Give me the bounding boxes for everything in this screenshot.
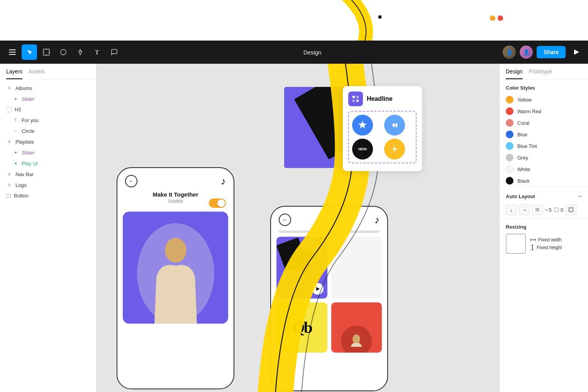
design-label: Design	[303, 49, 322, 56]
layer-item-albums[interactable]: # Albums	[0, 83, 96, 93]
alignment-button[interactable]	[566, 204, 576, 215]
avatar-user1[interactable]: 👤	[503, 46, 516, 59]
layer-label: Slider	[22, 96, 34, 102]
circle-icon: ○	[12, 128, 19, 134]
layer-item-playlists[interactable]: # Playlists	[0, 136, 96, 147]
layer-label: Playlists	[15, 139, 34, 145]
grid-icon: #	[6, 139, 12, 145]
tab-layers[interactable]: Layers	[6, 68, 22, 79]
color-item-white[interactable]: White	[500, 163, 588, 175]
fixed-width-option[interactable]: Fixed width	[530, 237, 562, 243]
frame-tool-button[interactable]	[39, 44, 54, 60]
phone-right-header: ← ♪	[271, 207, 387, 229]
back-button-right[interactable]: ←	[279, 214, 291, 226]
color-item-bluetint[interactable]: Blue Tint	[500, 140, 588, 152]
component-icon: ✦	[12, 160, 19, 166]
padding-value[interactable]: 0	[554, 207, 563, 213]
phone-mockup-left: ← ♪ Make It Together Subtitle	[117, 167, 234, 389]
layer-item-logo[interactable]: # Logo	[0, 180, 96, 190]
color-swatch-blue	[506, 131, 513, 138]
main-area: Layers Assets # Albums ✦ Slider H2 T For…	[0, 64, 588, 392]
color-swatch-yellow	[506, 96, 513, 104]
comment-tool-button[interactable]	[107, 44, 122, 60]
svg-point-9	[80, 51, 81, 52]
color-name-grey: Grey	[517, 155, 528, 161]
layer-item-slider1[interactable]: ✦ Slider	[0, 93, 96, 104]
present-button[interactable]	[569, 45, 583, 59]
layer-item-slider2[interactable]: ✦ Slider	[0, 147, 96, 158]
auto-layout-minus-button[interactable]: −	[578, 192, 582, 200]
toggle-switch[interactable]	[209, 199, 226, 208]
color-name-coral: Coral	[517, 120, 529, 126]
icon-card: Headline NEW!	[343, 86, 422, 171]
menu-button[interactable]	[5, 44, 20, 60]
fixed-height-option[interactable]: Fixed height	[530, 245, 562, 250]
color-name-yellow: Yellow	[517, 97, 532, 103]
direction-right-button[interactable]: →	[519, 204, 530, 215]
component-icon: ✦	[12, 149, 19, 156]
layer-label: Circle	[22, 128, 34, 134]
spacing-value[interactable]: ≡ 5	[545, 207, 552, 213]
spacing-button[interactable]	[532, 204, 543, 215]
toggle-row	[117, 199, 234, 208]
direction-down-button[interactable]: ↓	[506, 204, 517, 215]
layer-item-circle[interactable]: ○ Circle	[0, 126, 96, 136]
resizing-content: Fixed width Fixed height	[506, 234, 582, 254]
toggle-knob	[217, 199, 225, 207]
tab-design[interactable]: Design	[506, 68, 523, 79]
music-note-right-icon: ♪	[374, 214, 380, 226]
layer-list: # Albums ✦ Slider H2 T For you ○ Circle	[0, 80, 96, 392]
select-tool-button[interactable]	[22, 44, 37, 60]
text-icon: T	[12, 117, 19, 123]
svg-point-16	[352, 334, 360, 344]
layer-item-button[interactable]: Button	[0, 190, 96, 201]
layer-item-nav-bar[interactable]: # Nav Bar	[0, 169, 96, 180]
album-item-yellow: Qb	[276, 302, 327, 353]
ic-headline: Headline	[367, 95, 393, 102]
layer-item-h2[interactable]: H2	[0, 104, 96, 115]
canvas-area[interactable]: Headline NEW!	[97, 64, 499, 392]
color-item-warmred[interactable]: Warm Red	[500, 105, 588, 117]
tab-prototype[interactable]: Prototype	[529, 68, 552, 79]
layer-item-for-you[interactable]: T For you	[0, 115, 96, 126]
svg-rect-2	[9, 54, 16, 55]
share-button[interactable]: Share	[537, 46, 566, 58]
color-item-black[interactable]: Black	[500, 175, 588, 187]
color-swatch-coral	[506, 119, 513, 127]
back-button[interactable]: ←	[125, 175, 137, 187]
icon-circle-new: NEW!	[352, 139, 373, 160]
color-item-coral[interactable]: Coral	[500, 117, 588, 129]
layer-item-play-ui[interactable]: ✦ Play UI	[0, 158, 96, 169]
right-panel-tabs: Design Prototype	[500, 64, 588, 80]
avatar-user2[interactable]: 👤	[520, 46, 533, 59]
fixed-width-label: Fixed width	[538, 237, 562, 243]
auto-layout-title: Auto Layout	[506, 193, 535, 199]
pen-tool-button[interactable]	[73, 44, 88, 60]
svg-point-13	[165, 238, 186, 263]
album-item-red	[331, 302, 382, 353]
album-item-purple	[276, 237, 327, 299]
text-tool-button[interactable]: T	[90, 44, 105, 60]
svg-rect-22	[569, 208, 573, 211]
color-item-blue[interactable]: Blue	[500, 129, 588, 140]
icon-circle-sparkle	[384, 139, 405, 160]
color-name-black: Black	[517, 178, 530, 184]
play-icon[interactable]	[312, 283, 324, 295]
tab-assets[interactable]: Assets	[29, 68, 45, 79]
frame-dashed-icon	[6, 107, 12, 112]
fixed-height-label: Fixed height	[537, 245, 562, 250]
circle-tool-button[interactable]	[56, 44, 71, 60]
person-image	[141, 223, 210, 324]
phone-mockup-right: ← ♪ Q	[270, 206, 388, 391]
color-item-yellow[interactable]: Yellow	[500, 94, 588, 105]
layer-label: H2	[15, 107, 21, 112]
color-name-bluetint: Blue Tint	[517, 143, 537, 149]
icon-grid: NEW!	[348, 111, 417, 163]
color-item-grey[interactable]: Grey	[500, 152, 588, 163]
layer-label: Button	[14, 193, 29, 199]
svg-rect-1	[9, 52, 16, 53]
component-icon: ✦	[12, 96, 19, 102]
color-name-warmred: Warm Red	[517, 109, 541, 114]
panel-tabs: Layers Assets	[0, 64, 96, 80]
resizing-preview-box	[506, 234, 526, 254]
